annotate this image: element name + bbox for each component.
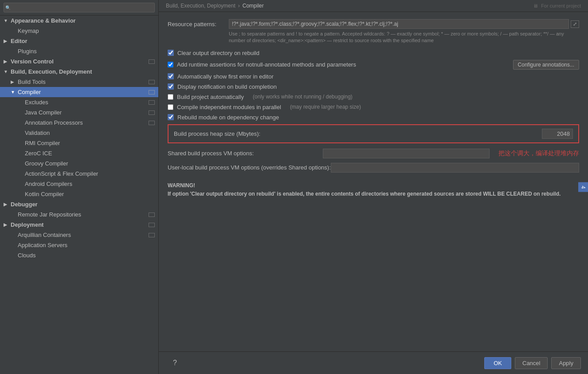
sidebar-item-appearance[interactable]: ▼ Appearance & Behavior [0,16,158,26]
checkbox-compile-parallel-label: Compile independent modules in parallel [177,104,281,110]
checkbox-clear-output[interactable] [168,50,174,56]
sidebar-item-groovy-compiler[interactable]: Groovy Compiler [0,158,158,169]
bottom-bar: ? OK Cancel Apply [159,351,588,374]
checkbox-notify-build[interactable] [168,83,174,90]
sidebar-item-plugins[interactable]: Plugins [0,46,158,56]
checkbox-rebuild-dependency-row: Rebuild module on dependency change [168,114,579,121]
sidebar-item-deployment[interactable]: ▶ Deployment [0,220,158,230]
sidebar-item-android-compilers[interactable]: Android Compilers [0,179,158,189]
help-button[interactable]: ? [166,355,184,370]
sidebar-item-clouds[interactable]: Clouds [0,250,158,260]
checkbox-auto-show-error-label: Automatically show first error in editor [177,73,274,80]
apply-button[interactable]: Apply [551,357,581,369]
resource-patterns-input[interactable] [229,19,569,29]
project-hint-text: For current project [541,3,581,8]
sidebar-item-label: Groovy Compiler [25,160,68,167]
sidebar-item-validation[interactable]: Validation [0,128,158,138]
checkbox-auto-show-error-row: Automatically show first error in editor [168,73,579,80]
checkbox-compile-parallel[interactable] [168,104,173,110]
sidebar-item-label: Excludes [25,99,48,106]
checkbox-runtime-assertions[interactable] [168,62,173,67]
page-icon [149,233,155,237]
sidebar-item-arquillian[interactable]: Arquillian Containers [0,230,158,240]
sidebar-item-actionscript[interactable]: ActionScript & Flex Compiler [0,169,158,179]
sidebar-item-java-compiler[interactable]: Java Compiler [0,107,158,118]
expand-button[interactable]: ⤢ [571,20,579,28]
sidebar-item-label: Kotlin Compiler [25,191,64,197]
sidebar-item-zeroc-ice[interactable]: ZeroC ICE [0,148,158,158]
sidebar-item-debugger[interactable]: ▶ Debugger [0,199,158,209]
sidebar-item-annotation-processors[interactable]: Annotation Processors [0,118,158,128]
annotation-text: 把这个调大，编译处理堆内存 [498,150,579,157]
arrow-icon: ▶ [11,79,16,84]
checkbox-rebuild-dependency[interactable] [168,114,174,120]
arrow-icon: ▶ [4,202,9,207]
checkbox-compile-parallel-row: Compile independent modules in parallel … [168,104,579,110]
sidebar-item-label: Java Compiler [25,109,62,116]
checkbox-runtime-assertions-label: Add runtime assertions for notnull-annot… [177,61,356,68]
search-bar [0,0,158,16]
shared-vm-options-input[interactable] [323,149,490,158]
settings-sidebar: ▼ Appearance & Behavior Keymap ▶ Editor … [0,0,159,374]
side-badge[interactable]: 4 [578,182,588,192]
project-hint: 🖥 For current project [533,3,581,8]
resource-patterns-row: Resource patterns: ⤢ [168,19,579,29]
breadcrumb: Build, Execution, Deployment › Compiler … [159,0,588,12]
checkbox-notify-build-row: Display notification on build completion [168,83,579,90]
sidebar-item-label: Clouds [18,252,35,259]
sidebar-item-kotlin-compiler[interactable]: Kotlin Compiler [0,189,158,199]
sidebar-item-label: Version Control [11,58,54,65]
arrow-icon: ▼ [4,69,9,74]
sidebar-item-label: Application Servers [18,242,67,248]
breadcrumb-parent: Build, Execution, Deployment [166,3,235,9]
sidebar-item-label: Debugger [11,201,38,208]
sidebar-item-label: Remote Jar Repositories [18,211,81,218]
shared-vm-options-label: Shared build process VM options: [168,150,323,157]
sidebar-item-label: Deployment [11,221,43,228]
sidebar-item-label: ActionScript & Flex Compiler [25,170,98,177]
checkbox-build-auto[interactable] [168,94,173,100]
checkbox-build-auto-label: Build project automatically [177,94,244,100]
resource-patterns-label: Resource patterns: [168,21,225,28]
sidebar-item-version-control[interactable]: ▶ Version Control [0,56,158,67]
arrow-icon: ▼ [4,18,9,23]
sidebar-item-app-servers[interactable]: Application Servers [0,240,158,250]
hint-text: Use ; to separate patterns and ! to nega… [229,31,579,44]
content-body: Resource patterns: ⤢ Use ; to separate p… [159,12,588,351]
checkbox-auto-show-error[interactable] [168,73,174,79]
compile-parallel-note: (may require larger heap size) [290,104,361,110]
sidebar-item-compiler[interactable]: ▼ Compiler [0,87,158,97]
checkbox-notify-build-label: Display notification on build completion [177,83,277,90]
configure-annotations-button[interactable]: Configure annotations... [513,60,579,70]
sidebar-item-rmi-compiler[interactable]: RMI Compiler [0,138,158,148]
sidebar-item-label: Build, Execution, Deployment [11,68,92,75]
shared-vm-options-row: Shared build process VM options: 把这个调大，编… [168,149,579,158]
sidebar-item-keymap[interactable]: Keymap [0,26,158,36]
user-vm-options-input[interactable] [331,163,579,173]
warning-body: If option 'Clear output directory on reb… [168,190,579,198]
sidebar-item-label: Annotation Processors [25,119,83,126]
cancel-button[interactable]: Cancel [515,357,548,369]
warning-section: WARNING! If option 'Clear output directo… [168,181,579,198]
ok-button[interactable]: OK [484,357,511,369]
sidebar-item-build-exec[interactable]: ▼ Build, Execution, Deployment [0,67,158,77]
breadcrumb-current: Compiler [243,3,264,9]
arrow-icon: ▶ [4,59,9,64]
sidebar-item-build-tools[interactable]: ▶ Build Tools [0,77,158,87]
sidebar-item-excludes[interactable]: Excludes [0,97,158,107]
user-vm-options-row: User-local build process VM options (ove… [168,163,579,173]
sidebar-tree: ▼ Appearance & Behavior Keymap ▶ Editor … [0,16,158,374]
sidebar-item-label: Keymap [18,28,39,34]
arrow-icon: ▶ [4,39,9,43]
sidebar-item-editor[interactable]: ▶ Editor [0,36,158,46]
hint-content: Use ; to separate patterns and ! to nega… [229,31,564,43]
search-input[interactable] [4,3,155,12]
checkbox-clear-output-row: Clear output directory on rebuild [168,50,579,56]
sidebar-item-remote-jar[interactable]: Remote Jar Repositories [0,209,158,220]
dialog-buttons: OK Cancel Apply [484,357,581,369]
content-area: Build, Execution, Deployment › Compiler … [159,0,588,374]
build-auto-note: (only works while not running / debuggin… [253,94,353,100]
checkbox-clear-output-label: Clear output directory on rebuild [177,50,259,56]
page-icon [149,80,155,84]
heap-size-input[interactable] [542,129,573,139]
